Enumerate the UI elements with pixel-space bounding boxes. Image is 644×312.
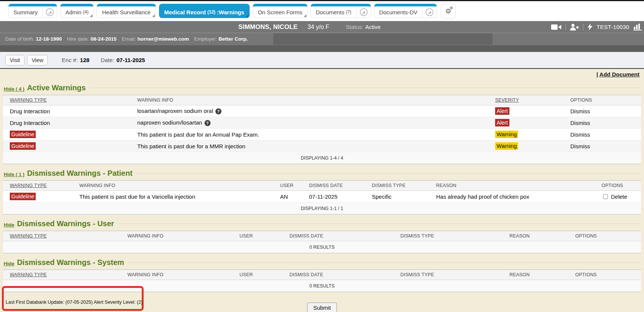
warnings-content: | Add Document Hide ( 4 ) Active Warning…: [0, 69, 644, 312]
col-warning-type[interactable]: WARNING TYPE: [3, 95, 133, 105]
patient-field-dob: Date of birth:12-18-1990: [5, 36, 62, 42]
tab-medical-record-label: Medical Record: [164, 9, 206, 15]
dismiss-link[interactable]: Dismiss: [570, 143, 590, 149]
section-rule: [117, 224, 640, 224]
warnings-page: Summary ↗ Admin (4) Health Surveillance …: [0, 0, 644, 312]
tab-on-screen-forms-label: On Screen Forms: [258, 9, 302, 15]
tab-summary-label: Summary: [14, 9, 38, 15]
dismiss-link[interactable]: Dismiss: [570, 120, 590, 126]
table-row: Guideline This patient is past due for a…: [3, 129, 641, 140]
table-row: Guideline This patient is past due for a…: [3, 140, 641, 152]
section-rule: [127, 262, 640, 263]
hide-dismissed-patient-link[interactable]: Hide ( 1 ): [4, 172, 24, 177]
chart-tab-bar: Summary ↗ Admin (4) Health Surveillance …: [0, 1, 644, 21]
tab-documents-dv[interactable]: Documents-DV ↗: [374, 4, 437, 18]
options-cell: Dismiss: [566, 117, 641, 129]
hide-active-warnings-link[interactable]: Hide ( 4 ): [4, 86, 24, 92]
col-warning-type[interactable]: WARNING TYPE: [3, 181, 75, 191]
tab-documents-dv-label: Documents-DV: [379, 9, 418, 15]
col-reason: REASON: [505, 270, 571, 280]
visit-button[interactable]: Visit: [5, 55, 24, 65]
table-row: Drug Interaction naproxen sodium/losarta…: [3, 117, 641, 129]
external-link-icon: ↗: [46, 8, 54, 16]
guideline-badge: Guideline: [10, 131, 36, 138]
databank-update-note: Last First Databank Update: (07-05-2025)…: [6, 300, 142, 305]
col-warning-info: WARNING INFO: [123, 231, 235, 241]
video-camera-icon[interactable]: [551, 24, 561, 30]
tab-medical-record[interactable]: Medical Record (12) :Warnings: [159, 4, 250, 18]
hide-dismissed-user-link[interactable]: Hide: [4, 222, 14, 228]
submit-button[interactable]: Submit: [307, 303, 337, 312]
severity-cell: Warning: [491, 140, 566, 152]
enc-date-label: Date:: [101, 57, 114, 63]
dismiss-type-cell: Specific: [367, 191, 432, 202]
tab-documents[interactable]: Documents (7) ↗: [311, 4, 371, 18]
col-options: OPTIONS: [571, 270, 641, 280]
help-icon[interactable]: ?: [215, 108, 221, 114]
tab-summary[interactable]: Summary ↗: [8, 4, 57, 18]
table-row: Drug Interaction losartan/naproxen sodiu…: [3, 105, 641, 117]
dismissed-user-title: Dismissed Warnings - User: [17, 218, 114, 229]
reason-cell: Has already had proof of chicken pox: [432, 191, 597, 202]
warning-type-cell: Guideline: [3, 140, 133, 152]
patient-id: TEST-10030: [597, 24, 629, 30]
dismiss-link[interactable]: Dismiss: [570, 108, 590, 114]
results-count: DISPLAYING 1-1 / 1: [3, 202, 641, 215]
tab-health-surveillance[interactable]: Health Surveillance: [97, 4, 156, 18]
warning-type-cell: Guideline: [3, 129, 133, 140]
dropdown-fold-icon: [152, 14, 155, 17]
results-count: 0 RESULTS: [3, 241, 641, 253]
delete-label: Delete: [611, 193, 627, 200]
patient-age-sex: 34 y/o F: [308, 24, 329, 30]
tab-admin[interactable]: Admin (4): [60, 4, 94, 18]
severity-badge: Warning: [495, 131, 518, 138]
col-dismiss-type: DISMISS TYPE: [396, 231, 505, 241]
tab-documents-popout-button[interactable]: ↗: [356, 6, 371, 18]
add-document-row: | Add Document: [3, 70, 641, 79]
chart-icon[interactable]: [633, 23, 642, 30]
patient-demographics-row: Date of birth:12-18-1990 Hire date:08-24…: [0, 33, 644, 45]
annotation-highlight-box: Last First Databank Update: (07-05-2025)…: [2, 286, 144, 311]
guideline-badge: Guideline: [10, 193, 36, 200]
warning-info-cell: This patient is past due for an Annual P…: [133, 129, 491, 140]
dismissed-system-title: Dismissed Warnings - System: [17, 257, 124, 268]
add-person-icon[interactable]: [570, 24, 579, 30]
tab-medical-record-suffix: :Warnings: [217, 9, 244, 15]
severity-cell: Alert: [491, 117, 566, 129]
tab-health-surveillance-label: Health Surveillance: [102, 9, 150, 15]
help-icon[interactable]: ?: [205, 120, 211, 126]
tab-settings-button[interactable]: ⚙ ⚙: [441, 4, 456, 19]
lightning-bolt-icon[interactable]: [588, 23, 592, 30]
tab-on-screen-forms[interactable]: On Screen Forms: [253, 4, 308, 18]
tab-documents-dv-popout-button[interactable]: ↗: [422, 6, 436, 18]
tab-summary-popout-button[interactable]: ↗: [42, 6, 57, 18]
guideline-badge: Guideline: [10, 142, 36, 150]
section-rule: [135, 173, 640, 174]
view-button[interactable]: View: [27, 55, 48, 65]
options-cell: Dismiss: [566, 105, 641, 117]
tab-medical-record-count: (12): [208, 9, 215, 15]
dropdown-fold-icon: [246, 14, 249, 17]
patient-header: SIMMONS, NICOLE 34 y/o F Status: Active …: [0, 21, 644, 52]
dismissed-user-table: WARNING TYPE WARNING INFO USER DISMISS D…: [3, 231, 641, 253]
enc-date-value: 07-11-2025: [117, 57, 145, 63]
col-severity[interactable]: SEVERITY: [491, 95, 566, 105]
warning-info-cell: This patient is past due for a Varicella…: [75, 191, 276, 202]
col-dismiss-date: DISMISS DATE: [285, 231, 396, 241]
options-cell: Delete: [597, 191, 641, 202]
col-user: USER: [235, 231, 285, 241]
tab-documents-label: Documents: [316, 9, 344, 15]
dismiss-link[interactable]: Dismiss: [570, 131, 590, 138]
col-warning-type[interactable]: WARNING TYPE: [3, 231, 123, 241]
severity-cell: Warning: [491, 129, 566, 140]
col-warning-type[interactable]: WARNING TYPE: [3, 270, 123, 280]
warning-info-cell: losartan/naproxen sodium oral?: [133, 105, 491, 117]
active-warnings-title: Active Warnings: [27, 82, 86, 93]
dismissed-patient-title: Dismissed Warnings - Patient: [27, 167, 132, 179]
delete-checkbox[interactable]: [603, 194, 608, 199]
hide-dismissed-system-link[interactable]: Hide: [4, 261, 14, 266]
gear-small-icon: ⚙: [449, 6, 453, 10]
divider: [583, 24, 583, 30]
add-document-link[interactable]: Add Document: [599, 71, 639, 78]
col-dismiss-type: DISMISS TYPE: [367, 181, 432, 191]
